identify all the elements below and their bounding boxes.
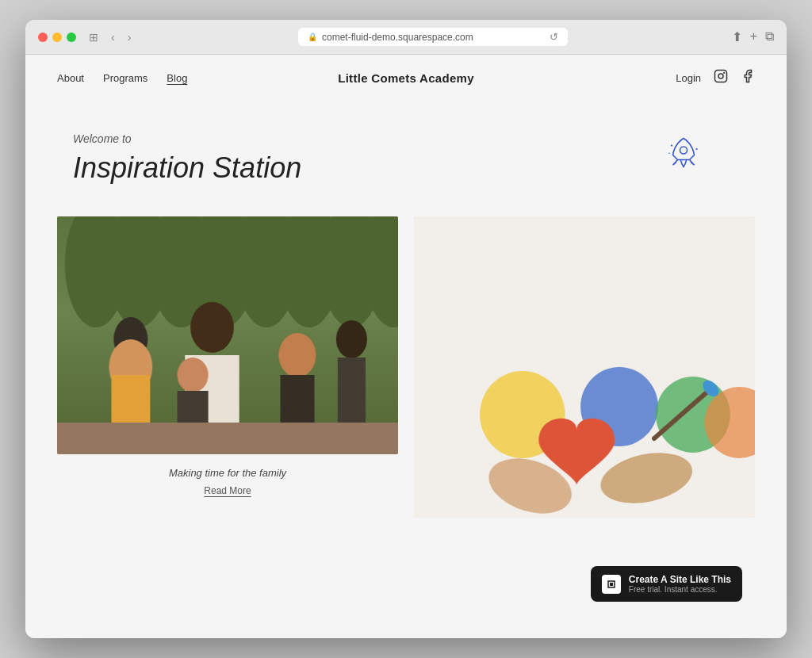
- nav-programs[interactable]: Programs: [103, 72, 147, 84]
- hero-title: Inspiration Station: [73, 151, 739, 185]
- squarespace-badge[interactable]: Create A Site Like This Free trial. Inst…: [591, 566, 742, 602]
- traffic-lights: [38, 33, 76, 42]
- sidebar-toggle[interactable]: ⊞: [86, 29, 102, 45]
- minimize-button[interactable]: [52, 33, 62, 42]
- nav-left: About Programs Blog: [57, 72, 187, 84]
- browser-actions: ⬆ + ⧉: [732, 29, 774, 44]
- tab-overview-icon[interactable]: ⧉: [765, 29, 774, 44]
- instagram-icon[interactable]: [714, 69, 728, 86]
- nav-right: Login: [676, 69, 755, 86]
- address-bar-container: 🔒 comet-fluid-demo.squarespace.com ↺: [144, 28, 722, 46]
- badge-subtitle: Free trial. Instant access.: [629, 585, 731, 594]
- lock-icon: 🔒: [308, 33, 317, 41]
- nav-about[interactable]: About: [57, 72, 84, 84]
- family-photo: [57, 216, 398, 454]
- svg-point-5: [695, 148, 697, 150]
- card-caption: Making time for the family: [57, 467, 398, 479]
- blog-grid: Making time for the family Read More: [25, 201, 787, 638]
- facebook-icon[interactable]: [741, 69, 755, 86]
- forward-button[interactable]: ›: [124, 29, 135, 45]
- welcome-text: Welcome to: [73, 132, 739, 145]
- svg-point-2: [724, 73, 725, 74]
- svg-point-1: [718, 74, 723, 78]
- site-title[interactable]: Little Comets Academy: [338, 71, 474, 85]
- nav-blog[interactable]: Blog: [167, 72, 187, 84]
- blog-card-painting: Create A Site Like This Free trial. Inst…: [414, 216, 755, 614]
- rocket-icon: [660, 132, 707, 183]
- svg-rect-0: [715, 71, 727, 82]
- hero-section: Welcome to Inspiration Station: [25, 101, 787, 201]
- site-header: About Programs Blog Little Comets Academ…: [25, 55, 787, 101]
- read-more-link[interactable]: Read More: [57, 485, 398, 496]
- share-icon[interactable]: ⬆: [732, 29, 742, 44]
- svg-point-4: [671, 144, 672, 146]
- close-button[interactable]: [38, 33, 48, 42]
- family-image: [57, 216, 398, 454]
- svg-point-6: [668, 153, 670, 155]
- reload-icon[interactable]: ↺: [550, 31, 558, 43]
- browser-window: ⊞ ‹ › 🔒 comet-fluid-demo.squarespace.com…: [25, 20, 787, 638]
- painting-image: [414, 216, 755, 518]
- address-bar[interactable]: 🔒 comet-fluid-demo.squarespace.com ↺: [298, 28, 568, 46]
- back-button[interactable]: ‹: [108, 29, 118, 45]
- browser-chrome: ⊞ ‹ › 🔒 comet-fluid-demo.squarespace.com…: [25, 20, 787, 55]
- squarespace-logo: [602, 575, 621, 594]
- page-content: About Programs Blog Little Comets Academ…: [25, 55, 787, 638]
- badge-title: Create A Site Like This: [629, 574, 731, 585]
- login-link[interactable]: Login: [676, 72, 701, 84]
- new-tab-icon[interactable]: +: [750, 29, 757, 44]
- maximize-button[interactable]: [67, 33, 76, 42]
- badge-text: Create A Site Like This Free trial. Inst…: [629, 574, 731, 594]
- url-text: comet-fluid-demo.squarespace.com: [322, 32, 473, 43]
- blog-card-family: Making time for the family Read More: [57, 216, 398, 614]
- svg-point-3: [680, 147, 688, 154]
- browser-navigation: ⊞ ‹ ›: [86, 29, 134, 45]
